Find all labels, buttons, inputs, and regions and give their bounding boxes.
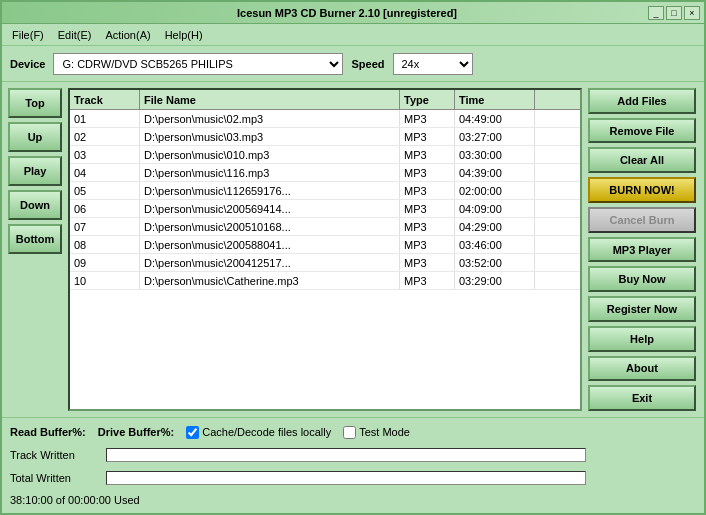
menu-action[interactable]: Action(A) <box>99 27 156 43</box>
burn-now-button[interactable]: BURN NOW! <box>588 177 696 203</box>
speed-select[interactable]: 24x <box>393 53 473 75</box>
track-list-container: Track File Name Type Time 01 D:\person\m… <box>68 88 582 411</box>
maximize-button[interactable]: □ <box>666 6 682 20</box>
cell-time: 03:27:00 <box>455 128 535 145</box>
track-written-row: Track Written <box>10 445 696 465</box>
action-panel: Add Files Remove File Clear All BURN NOW… <box>588 88 698 411</box>
cell-time: 03:46:00 <box>455 236 535 253</box>
close-button[interactable]: × <box>684 6 700 20</box>
add-files-button[interactable]: Add Files <box>588 88 696 114</box>
cell-type: MP3 <box>400 236 455 253</box>
device-toolbar: Device G: CDRW/DVD SCB5265 PHILIPS Speed… <box>2 46 704 82</box>
cell-filename: D:\person\music\200412517... <box>140 254 400 271</box>
table-row[interactable]: 07 D:\person\music\200510168... MP3 04:2… <box>70 218 580 236</box>
table-row[interactable]: 04 D:\person\music\116.mp3 MP3 04:39:00 <box>70 164 580 182</box>
cell-type: MP3 <box>400 218 455 235</box>
track-written-bar <box>106 448 586 462</box>
nav-panel: Top Up Play Down Bottom <box>8 88 62 411</box>
cell-time: 04:39:00 <box>455 164 535 181</box>
clear-all-button[interactable]: Clear All <box>588 147 696 173</box>
speed-label: Speed <box>351 58 384 70</box>
cell-time: 04:49:00 <box>455 110 535 127</box>
track-list-header: Track File Name Type Time <box>70 90 580 110</box>
cell-track: 02 <box>70 128 140 145</box>
cache-decode-label: Cache/Decode files locally <box>202 426 331 438</box>
status-row: 38:10:00 of 00:00:00 Used <box>10 491 696 509</box>
help-button[interactable]: Help <box>588 326 696 352</box>
menu-help[interactable]: Help(H) <box>159 27 209 43</box>
exit-button[interactable]: Exit <box>588 385 696 411</box>
window-controls: _ □ × <box>648 6 700 20</box>
cell-filename: D:\person\music\116.mp3 <box>140 164 400 181</box>
cell-time: 03:29:00 <box>455 272 535 289</box>
cell-type: MP3 <box>400 128 455 145</box>
status-text: 38:10:00 of 00:00:00 Used <box>10 494 140 506</box>
menu-bar: File(F) Edit(E) Action(A) Help(H) <box>2 24 704 46</box>
cell-time: 04:09:00 <box>455 200 535 217</box>
cell-filename: D:\person\music\010.mp3 <box>140 146 400 163</box>
test-mode-option[interactable]: Test Mode <box>343 426 410 439</box>
mp3-player-button[interactable]: MP3 Player <box>588 237 696 263</box>
table-row[interactable]: 03 D:\person\music\010.mp3 MP3 03:30:00 <box>70 146 580 164</box>
minimize-button[interactable]: _ <box>648 6 664 20</box>
col-header-track: Track <box>70 90 140 109</box>
cell-type: MP3 <box>400 200 455 217</box>
drive-buffer-label: Drive Buffer%: <box>98 426 174 438</box>
cell-time: 03:52:00 <box>455 254 535 271</box>
cell-track: 09 <box>70 254 140 271</box>
buy-now-button[interactable]: Buy Now <box>588 266 696 292</box>
main-area: Top Up Play Down Bottom Track File Name … <box>2 82 704 417</box>
device-label: Device <box>10 58 45 70</box>
play-button[interactable]: Play <box>8 156 62 186</box>
up-button[interactable]: Up <box>8 122 62 152</box>
down-button[interactable]: Down <box>8 190 62 220</box>
track-list: 01 D:\person\music\02.mp3 MP3 04:49:00 0… <box>70 110 580 409</box>
table-row[interactable]: 09 D:\person\music\200412517... MP3 03:5… <box>70 254 580 272</box>
cell-filename: D:\person\music\Catherine.mp3 <box>140 272 400 289</box>
cell-type: MP3 <box>400 272 455 289</box>
cell-track: 05 <box>70 182 140 199</box>
read-buffer-label: Read Buffer%: <box>10 426 86 438</box>
cell-track: 08 <box>70 236 140 253</box>
menu-edit[interactable]: Edit(E) <box>52 27 98 43</box>
test-mode-checkbox[interactable] <box>343 426 356 439</box>
cell-type: MP3 <box>400 254 455 271</box>
cell-filename: D:\person\music\112659176... <box>140 182 400 199</box>
col-header-filename: File Name <box>140 90 400 109</box>
cell-track: 10 <box>70 272 140 289</box>
cell-filename: D:\person\music\200510168... <box>140 218 400 235</box>
cell-time: 04:29:00 <box>455 218 535 235</box>
cell-type: MP3 <box>400 164 455 181</box>
cell-filename: D:\person\music\03.mp3 <box>140 128 400 145</box>
table-row[interactable]: 08 D:\person\music\200588041... MP3 03:4… <box>70 236 580 254</box>
cell-track: 01 <box>70 110 140 127</box>
cell-track: 04 <box>70 164 140 181</box>
table-row[interactable]: 06 D:\person\music\200569414... MP3 04:0… <box>70 200 580 218</box>
col-header-type: Type <box>400 90 455 109</box>
cancel-burn-button[interactable]: Cancel Burn <box>588 207 696 233</box>
col-header-time: Time <box>455 90 535 109</box>
menu-file[interactable]: File(F) <box>6 27 50 43</box>
table-row[interactable]: 10 D:\person\music\Catherine.mp3 MP3 03:… <box>70 272 580 290</box>
total-written-bar <box>106 471 586 485</box>
table-row[interactable]: 02 D:\person\music\03.mp3 MP3 03:27:00 <box>70 128 580 146</box>
about-button[interactable]: About <box>588 356 696 382</box>
device-select[interactable]: G: CDRW/DVD SCB5265 PHILIPS <box>53 53 343 75</box>
cache-decode-checkbox[interactable] <box>186 426 199 439</box>
title-bar: Icesun MP3 CD Burner 2.10 [unregistered]… <box>2 2 704 24</box>
register-now-button[interactable]: Register Now <box>588 296 696 322</box>
cell-type: MP3 <box>400 110 455 127</box>
total-written-label: Total Written <box>10 472 100 484</box>
cell-time: 02:00:00 <box>455 182 535 199</box>
table-row[interactable]: 01 D:\person\music\02.mp3 MP3 04:49:00 <box>70 110 580 128</box>
bottom-button[interactable]: Bottom <box>8 224 62 254</box>
top-button[interactable]: Top <box>8 88 62 118</box>
track-written-label: Track Written <box>10 449 100 461</box>
remove-file-button[interactable]: Remove File <box>588 118 696 144</box>
window-title: Icesun MP3 CD Burner 2.10 [unregistered] <box>46 7 648 19</box>
cell-track: 03 <box>70 146 140 163</box>
cell-type: MP3 <box>400 182 455 199</box>
table-row[interactable]: 05 D:\person\music\112659176... MP3 02:0… <box>70 182 580 200</box>
cell-filename: D:\person\music\02.mp3 <box>140 110 400 127</box>
cache-decode-option[interactable]: Cache/Decode files locally <box>186 426 331 439</box>
